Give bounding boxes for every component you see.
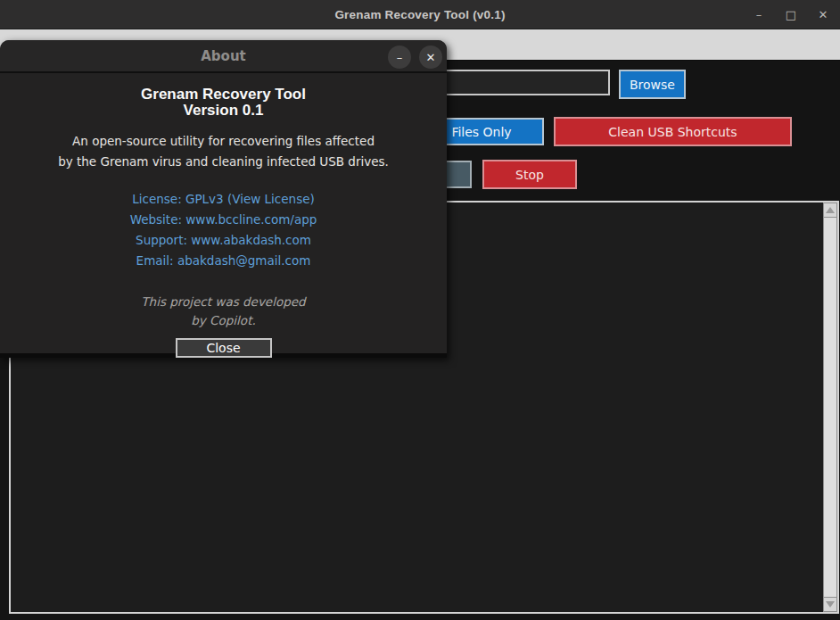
credit-line2: by Copilot.	[0, 311, 447, 330]
dialog-minimize-icon: –	[397, 51, 403, 64]
links-block: License: GPLv3 (View License) Website: w…	[0, 189, 447, 271]
description-line2: by the Grenam virus and cleaning infecte…	[0, 152, 447, 172]
window-controls: – □ ✕	[749, 0, 833, 29]
dialog-close-icon: ✕	[426, 51, 436, 64]
minimize-icon[interactable]: –	[749, 5, 769, 25]
support-link[interactable]: Support: www.abakdash.com	[0, 230, 447, 251]
scroll-down-icon	[826, 601, 835, 608]
app-title: Grenam Recovery Tool (v0.1)	[334, 8, 505, 21]
heading-line1: Grenam Recovery Tool	[0, 87, 447, 103]
license-link[interactable]: License: GPLv3 (View License)	[0, 189, 447, 210]
email-link[interactable]: Email: abakdash@gmail.com	[0, 251, 447, 271]
browse-button[interactable]: Browse	[619, 70, 686, 99]
close-icon[interactable]: ✕	[813, 5, 833, 25]
app-name-heading: Grenam Recovery Tool Version 0.1	[0, 87, 447, 119]
dialog-close-action-button[interactable]: Close	[176, 338, 272, 358]
vertical-scrollbar[interactable]	[823, 203, 837, 612]
about-dialog: About – ✕ Grenam Recovery Tool Version 0…	[0, 40, 447, 358]
app-titlebar: Grenam Recovery Tool (v0.1) – □ ✕	[0, 0, 840, 29]
dialog-minimize-button[interactable]: –	[388, 45, 411, 69]
about-dialog-body: Grenam Recovery Tool Version 0.1 An open…	[0, 73, 447, 358]
scroll-up-icon	[826, 207, 835, 213]
scrollbar-thumb[interactable]	[823, 218, 837, 597]
credit-text: This project was developed by Copilot.	[0, 293, 447, 330]
scroll-down-button[interactable]	[823, 597, 837, 612]
credit-line1: This project was developed	[0, 293, 447, 311]
about-dialog-title: About	[201, 48, 246, 64]
about-dialog-titlebar: About – ✕	[0, 40, 447, 73]
heading-line2: Version 0.1	[0, 103, 447, 119]
description-text: An open-source utility for recovering fi…	[0, 131, 447, 171]
maximize-icon[interactable]: □	[781, 5, 801, 25]
scroll-up-button[interactable]	[823, 203, 837, 218]
description-line1: An open-source utility for recovering fi…	[0, 131, 447, 152]
website-link[interactable]: Website: www.bccline.com/app	[0, 210, 447, 230]
stop-button[interactable]: Stop	[482, 160, 577, 189]
clean-usb-shortcuts-button[interactable]: Clean USB Shortcuts	[554, 117, 792, 146]
dialog-close-button[interactable]: ✕	[419, 45, 442, 69]
